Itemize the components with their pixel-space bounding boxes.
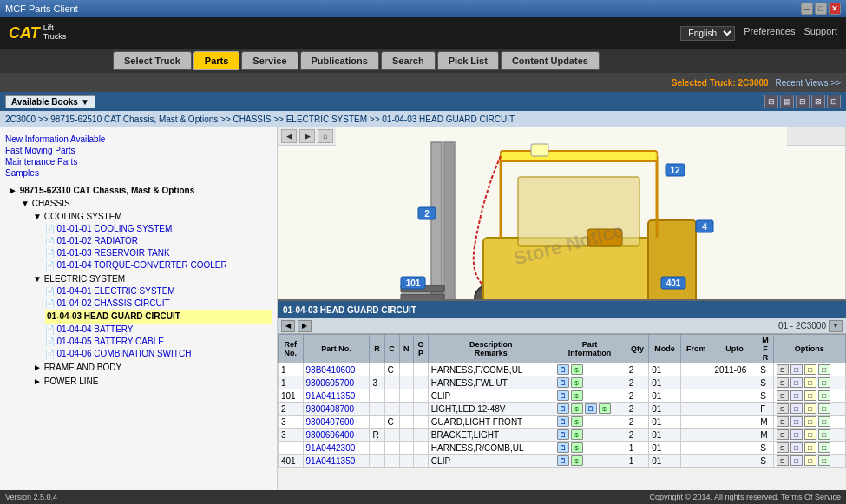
opt-icon-2[interactable]: □ bbox=[790, 403, 803, 414]
extra-icon[interactable]: 🗒 bbox=[585, 403, 597, 414]
maximize-button[interactable]: □ bbox=[815, 3, 827, 15]
link-samples[interactable]: Samples bbox=[5, 167, 272, 179]
tree-item-reservoir[interactable]: 01-01-03 RESERVOIR TANK bbox=[45, 248, 170, 258]
tree-item-combo-switch[interactable]: 01-04-06 COMBINATION SWITCH bbox=[45, 349, 191, 358]
price-icon[interactable]: $ bbox=[571, 416, 583, 427]
cell-mfr: M bbox=[757, 416, 773, 429]
opt-icon-3[interactable]: □ bbox=[804, 390, 816, 401]
cell-part[interactable]: 9300605700 bbox=[303, 376, 370, 389]
opt-icon-3[interactable]: □ bbox=[804, 377, 816, 388]
view-icon-3[interactable]: ⊟ bbox=[796, 95, 810, 108]
cell-part[interactable]: 9300606400 bbox=[303, 429, 370, 442]
cell-part[interactable]: 93B0410600 bbox=[303, 363, 370, 376]
tree-item-chassis-circuit[interactable]: 01-04-02 CHASSIS CIRCUIT bbox=[45, 298, 170, 308]
view-icon-1[interactable]: ⊞ bbox=[764, 95, 778, 108]
tree-item-electric[interactable]: 01-04-01 ELECTRIC SYSTEM bbox=[45, 286, 175, 296]
info-icon[interactable]: 🗒 bbox=[557, 403, 569, 414]
info-icon[interactable]: 🗒 bbox=[557, 364, 569, 375]
price2-icon[interactable]: $ bbox=[599, 403, 611, 414]
cell-part[interactable]: 9300408700 bbox=[303, 403, 370, 416]
price-icon[interactable]: $ bbox=[571, 377, 583, 388]
price-icon[interactable]: $ bbox=[571, 403, 583, 414]
view-icon-4[interactable]: ⊠ bbox=[811, 95, 825, 108]
opt-icon-4[interactable]: □ bbox=[818, 455, 830, 466]
opt-icon-3[interactable]: □ bbox=[804, 364, 816, 375]
tree-item-radiator[interactable]: 01-01-02 RADIATOR bbox=[45, 236, 138, 245]
opt-icon-2[interactable]: □ bbox=[790, 364, 803, 375]
minimize-button[interactable]: ─ bbox=[801, 3, 813, 15]
recent-views-button[interactable]: Recent Views >> bbox=[776, 78, 841, 88]
available-books-button[interactable]: Available Books ▼ bbox=[5, 95, 95, 108]
img-btn-home[interactable]: ⌂ bbox=[318, 129, 333, 143]
price-icon[interactable]: $ bbox=[571, 455, 583, 466]
opt-icon-2[interactable]: □ bbox=[790, 442, 803, 453]
opt-icon-4[interactable]: □ bbox=[818, 442, 830, 453]
opt-icon-3[interactable]: □ bbox=[804, 416, 816, 427]
opt-icon-4[interactable]: □ bbox=[818, 390, 830, 401]
opt-icon-2[interactable]: □ bbox=[790, 390, 803, 401]
link-new-info[interactable]: New Information Available bbox=[5, 134, 272, 145]
link-maintenance[interactable]: Maintenance Parts bbox=[5, 156, 272, 167]
tree-item-head-guard[interactable]: 01-04-03 HEAD GUARD CIRCUIT bbox=[45, 310, 272, 324]
tab-search[interactable]: Search bbox=[381, 51, 436, 70]
opt-icon-2[interactable]: □ bbox=[790, 455, 803, 466]
info-icon[interactable]: 🗒 bbox=[557, 442, 569, 453]
language-select[interactable]: English bbox=[680, 26, 735, 41]
opt-icon-1[interactable]: S bbox=[777, 429, 789, 440]
link-fast-moving[interactable]: Fast Moving Parts bbox=[5, 145, 272, 156]
opt-icon-4[interactable]: □ bbox=[818, 416, 830, 427]
view-icon-5[interactable]: ⊡ bbox=[827, 95, 841, 108]
parts-btn-1[interactable]: ◀ bbox=[281, 320, 295, 332]
cell-part[interactable]: 91A0411350 bbox=[303, 389, 370, 403]
opt-icon-3[interactable]: □ bbox=[804, 429, 816, 440]
close-button[interactable]: ✕ bbox=[829, 3, 841, 15]
opt-icon-1[interactable]: S bbox=[777, 442, 789, 453]
cell-part[interactable]: 91A0442300 bbox=[303, 442, 370, 455]
opt-icon-4[interactable]: □ bbox=[818, 429, 830, 440]
tab-select-truck[interactable]: Select Truck bbox=[113, 51, 192, 70]
tab-publications[interactable]: Publications bbox=[300, 51, 379, 70]
info-icon[interactable]: 🗒 bbox=[557, 377, 569, 388]
opt-icon-1[interactable]: S bbox=[777, 403, 789, 414]
info-icon[interactable]: 🗒 bbox=[557, 390, 569, 401]
img-btn-back[interactable]: ◀ bbox=[281, 129, 297, 143]
parts-btn-2[interactable]: ▶ bbox=[298, 320, 312, 332]
cell-part[interactable]: 91A0411350 bbox=[303, 455, 370, 468]
tree-item-torque[interactable]: 01-01-04 TORQUE-CONVERTER COOLER bbox=[45, 260, 227, 270]
price-icon[interactable]: $ bbox=[571, 442, 583, 453]
opt-icon-3[interactable]: □ bbox=[804, 442, 816, 453]
opt-icon-4[interactable]: □ bbox=[818, 377, 830, 388]
price-icon[interactable]: $ bbox=[571, 364, 583, 375]
info-icon[interactable]: 🗒 bbox=[557, 429, 569, 440]
price-icon[interactable]: $ bbox=[571, 390, 583, 401]
support-link[interactable]: Support bbox=[803, 26, 837, 41]
opt-icon-1[interactable]: S bbox=[777, 416, 789, 427]
opt-icon-2[interactable]: □ bbox=[790, 416, 803, 427]
info-icon[interactable]: 🗒 bbox=[557, 455, 569, 466]
opt-icon-1[interactable]: S bbox=[777, 364, 789, 375]
tree-item-cooling[interactable]: 01-01-01 COOLING SYSTEM bbox=[45, 224, 172, 233]
filter-dropdown-btn[interactable]: ▼ bbox=[829, 320, 843, 332]
tab-parts[interactable]: Parts bbox=[193, 51, 240, 70]
price-icon[interactable]: $ bbox=[571, 429, 583, 440]
opt-icon-1[interactable]: S bbox=[777, 390, 789, 401]
tab-content-updates[interactable]: Content Updates bbox=[501, 51, 600, 70]
view-icon-2[interactable]: ▤ bbox=[780, 95, 794, 108]
tree-item-battery[interactable]: 01-04-04 BATTERY bbox=[45, 324, 134, 334]
opt-icon-4[interactable]: □ bbox=[818, 364, 830, 375]
opt-icon-4[interactable]: □ bbox=[818, 403, 830, 414]
opt-icon-1[interactable]: S bbox=[777, 377, 789, 388]
opt-icon-1[interactable]: S bbox=[777, 455, 789, 466]
tab-service[interactable]: Service bbox=[241, 51, 298, 70]
tab-pick-list[interactable]: Pick List bbox=[437, 51, 499, 70]
cell-part[interactable]: 9300407600 bbox=[303, 416, 370, 429]
info-icon[interactable]: 🗒 bbox=[557, 416, 569, 427]
preferences-link[interactable]: Preferences bbox=[744, 26, 795, 41]
parts-toolbar: ◀ ▶ 01 - 2C3000 ▼ bbox=[278, 318, 846, 334]
opt-icon-3[interactable]: □ bbox=[804, 403, 816, 414]
opt-icon-2[interactable]: □ bbox=[790, 429, 803, 440]
img-btn-forward[interactable]: ▶ bbox=[299, 129, 315, 143]
tree-item-battery-cable[interactable]: 01-04-05 BATTERY CABLE bbox=[45, 337, 164, 346]
opt-icon-2[interactable]: □ bbox=[790, 377, 803, 388]
opt-icon-3[interactable]: □ bbox=[804, 455, 816, 466]
